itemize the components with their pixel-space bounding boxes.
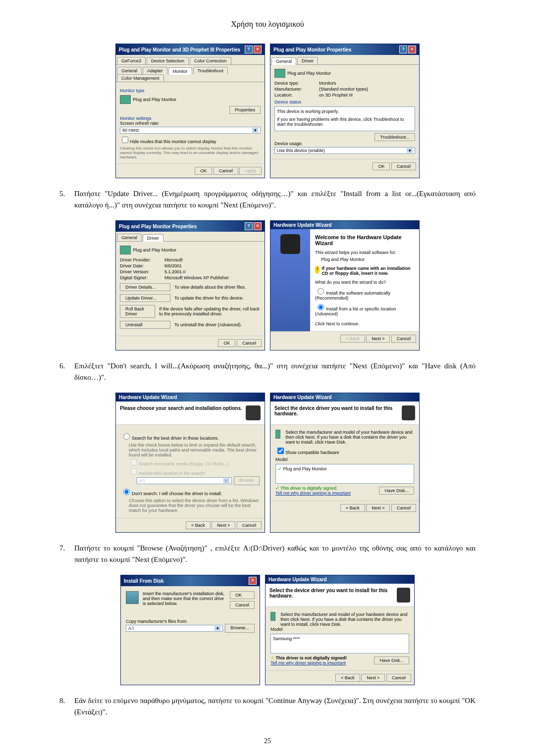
monitor-icon (275, 430, 280, 439)
instr-text: Select the manufacturer and model of you… (280, 612, 409, 627)
back-button[interactable]: < Back (340, 504, 365, 512)
back-button[interactable]: < Back (335, 674, 360, 682)
radio-auto[interactable] (318, 288, 324, 295)
hardware-update-wizard-welcome: Hardware Update Wizard Welcome to the Ha… (270, 220, 420, 351)
tell-why-link[interactable]: Tell me why driver signing is important (270, 660, 347, 665)
tab-color-correction[interactable]: Color Correction (190, 57, 231, 64)
show-compat-checkbox[interactable] (277, 448, 284, 454)
radio-dont-search[interactable] (123, 489, 130, 495)
click-next-text: Click Next to continue. (315, 321, 414, 326)
model-listbox[interactable]: Samsung **** (270, 634, 409, 654)
cancel-button[interactable]: Cancel (391, 504, 416, 512)
update-desc: To update the driver for this device. (174, 296, 244, 301)
help-icon[interactable]: ? (245, 46, 253, 53)
apply-button: Apply (239, 167, 262, 175)
model-listbox[interactable]: ✓ Plug and Play Monitor (275, 464, 414, 484)
help-icon[interactable]: ? (399, 46, 407, 53)
opt-dont-desc: Choose this option to select the device … (129, 498, 260, 513)
troubleshoot-button[interactable]: Troubleshoot... (374, 133, 415, 141)
ok-button[interactable]: OK (195, 167, 212, 175)
tab-adapter[interactable]: Adapter (143, 67, 167, 74)
device-name: Plug and Play Monitor (133, 248, 176, 252)
close-icon[interactable]: × (408, 46, 416, 53)
radio-list[interactable] (318, 304, 324, 310)
next-button[interactable]: Next > (366, 504, 390, 512)
monitor-settings-label: Monitor settings (120, 116, 261, 121)
model-label: Model (275, 457, 414, 462)
version-label: Driver Version: (120, 269, 164, 274)
install-from-disk-window: Install From Disk× Insert the manufactur… (120, 575, 260, 685)
have-disk-button[interactable]: Have Disk... (379, 487, 414, 495)
driver-details-button[interactable]: Driver Details... (120, 283, 170, 291)
close-icon[interactable]: × (254, 46, 262, 53)
what-do-label: What do you want the wizard to do? (315, 280, 414, 285)
radio-search[interactable] (123, 433, 130, 440)
titlebar: Plug and Play Monitor Properties ? × (270, 44, 419, 55)
refresh-rate-dropdown[interactable]: 60 Hertz ▾ (120, 127, 261, 134)
chk-include-label: Include this location in the search: (139, 471, 206, 476)
uninstall-button[interactable]: Uninstall (120, 321, 170, 329)
close-icon[interactable]: × (254, 222, 262, 230)
step-8: 8. Εάν δείτε το επόμενο παράθυρο μηνύματ… (59, 695, 476, 717)
helps-text: This wizard helps you install software f… (315, 250, 414, 255)
cancel-button[interactable]: Cancel (230, 601, 255, 609)
tab-geforce3[interactable]: GeForce3 (117, 57, 146, 64)
tab-driver[interactable]: Driver (297, 57, 318, 64)
back-button[interactable]: < Back (186, 521, 211, 529)
help-icon[interactable]: ? (245, 222, 253, 230)
manufacturer-label: Manufacturer: (274, 87, 319, 92)
hide-modes-checkbox[interactable] (122, 137, 128, 143)
location: on 3D Prophet III (319, 93, 353, 98)
signer-label: Digital Signer: (120, 275, 164, 280)
ok-button[interactable]: OK (230, 591, 255, 599)
browse-button[interactable]: Browse... (225, 624, 255, 633)
device-usage-dropdown[interactable]: Use this device (enable) ▾ (274, 147, 415, 154)
step-6: 6. Επιλέξτετ "Don't search, I will...(Ακ… (59, 360, 476, 383)
tab-general[interactable]: General (117, 234, 142, 241)
cancel-button[interactable]: Cancel (391, 162, 416, 170)
uninstall-desc: To uninstall the driver (Advanced). (174, 322, 242, 327)
cancel-button[interactable]: Cancel (391, 335, 416, 343)
info-icon: i (315, 266, 320, 274)
page-number: 25 (30, 737, 505, 745)
cancel-button[interactable]: Cancel (237, 521, 262, 529)
device-name: Plug and Play Monitor (287, 71, 331, 76)
next-button[interactable]: Next > (366, 335, 390, 343)
next-button[interactable]: Next > (212, 521, 235, 529)
cancel-button[interactable]: Cancel (214, 167, 238, 175)
tab-color-mgmt[interactable]: Color Management (117, 74, 164, 82)
title-text: Hardware Update Wizard (273, 395, 332, 400)
rollback-driver-button[interactable]: Roll Back Driver (120, 305, 155, 318)
have-disk-button[interactable]: Have Disk... (374, 656, 409, 664)
ok-button[interactable]: OK (373, 162, 390, 170)
chevron-down-icon: ▾ (407, 148, 413, 153)
properties-button[interactable]: Properties (229, 106, 261, 114)
tell-why-link[interactable]: Tell me why driver signing is important (275, 491, 351, 496)
ok-button[interactable]: OK (218, 339, 235, 347)
step-number: 6. (59, 360, 74, 383)
update-driver-button[interactable]: Update Driver... (120, 294, 170, 302)
monitor-name: Plug and Play Monitor (133, 97, 176, 102)
tab-device-selection[interactable]: Device Selection (147, 57, 189, 64)
date-label: Driver Date: (120, 263, 164, 268)
manufacturer: (Standard monitor types) (319, 87, 368, 92)
cancel-button[interactable]: Cancel (386, 674, 411, 682)
device-usage-label: Device usage: (274, 141, 415, 146)
tabs-row1: GeForce3 Device Selection Color Correcti… (116, 55, 265, 65)
tab-general[interactable]: General (271, 57, 296, 65)
close-icon[interactable]: × (249, 577, 257, 585)
path-dropdown[interactable]: A:\▾ (126, 625, 223, 632)
tab-monitor[interactable]: Monitor (168, 67, 192, 75)
step-text: Επιλέξτετ "Don't search, I will...(Ακύρω… (74, 360, 476, 383)
tab-general[interactable]: General (117, 67, 142, 74)
tab-troubleshoot[interactable]: Troubleshoot (193, 67, 228, 74)
status-line1: This device is working properly. (277, 109, 413, 114)
gear-icon (402, 405, 415, 420)
next-button[interactable]: Next > (361, 674, 385, 682)
screenshot-row-4: Install From Disk× Insert the manufactur… (30, 575, 505, 685)
chk-include (131, 468, 137, 475)
tab-driver[interactable]: Driver (143, 234, 163, 242)
cancel-button[interactable]: Cancel (237, 339, 262, 347)
provider: Microsoft (164, 257, 183, 262)
model-item: Samsung **** (273, 636, 300, 641)
